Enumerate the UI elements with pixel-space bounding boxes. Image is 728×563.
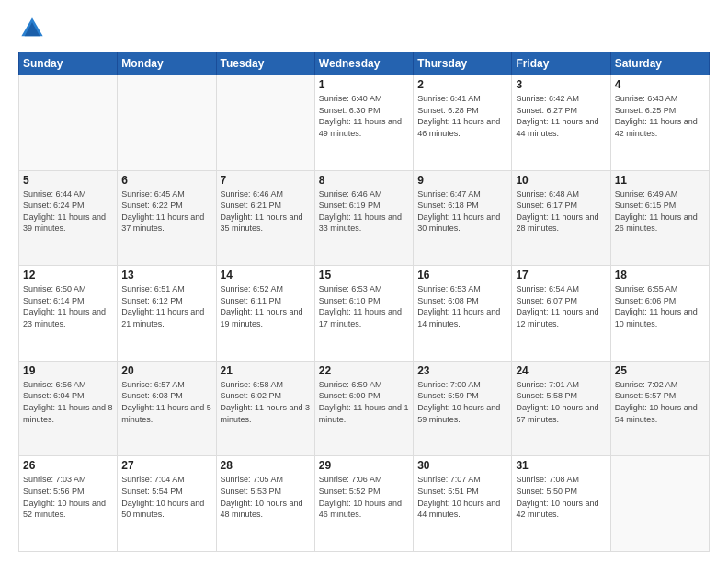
day-cell: 23Sunrise: 7:00 AMSunset: 5:59 PMDayligh… [414,361,512,456]
day-info: Sunrise: 6:54 AMSunset: 6:07 PMDaylight:… [516,283,606,329]
day-cell: 31Sunrise: 7:08 AMSunset: 5:50 PMDayligh… [512,456,610,552]
day-cell [19,75,118,171]
logo-icon [18,15,46,42]
day-cell: 25Sunrise: 7:02 AMSunset: 5:57 PMDayligh… [610,361,709,456]
day-info: Sunrise: 6:52 AMSunset: 6:11 PMDaylight:… [221,283,311,329]
day-cell: 30Sunrise: 7:07 AMSunset: 5:51 PMDayligh… [414,456,512,552]
day-info: Sunrise: 6:44 AMSunset: 6:24 PMDaylight:… [23,189,113,235]
week-row-1: 1Sunrise: 6:40 AMSunset: 6:30 PMDaylight… [19,75,710,171]
day-cell: 28Sunrise: 7:05 AMSunset: 5:53 PMDayligh… [216,456,314,552]
day-number: 26 [23,459,113,472]
day-info: Sunrise: 6:40 AMSunset: 6:30 PMDaylight:… [319,93,409,139]
day-info: Sunrise: 6:43 AMSunset: 6:25 PMDaylight:… [615,93,705,139]
week-row-5: 26Sunrise: 7:03 AMSunset: 5:56 PMDayligh… [19,456,710,552]
day-number: 9 [417,174,507,187]
day-info: Sunrise: 6:55 AMSunset: 6:06 PMDaylight:… [615,283,705,329]
weekday-thursday: Thursday [414,52,512,75]
day-info: Sunrise: 6:59 AMSunset: 6:00 PMDaylight:… [319,379,409,425]
day-number: 2 [417,78,507,91]
day-cell: 5Sunrise: 6:44 AMSunset: 6:24 PMDaylight… [19,170,118,266]
day-number: 30 [417,459,507,472]
day-cell: 8Sunrise: 6:46 AMSunset: 6:19 PMDaylight… [314,170,413,266]
day-number: 24 [516,364,606,377]
day-cell: 14Sunrise: 6:52 AMSunset: 6:11 PMDayligh… [216,266,314,362]
day-number: 18 [615,269,705,282]
day-number: 6 [121,174,211,187]
day-info: Sunrise: 6:49 AMSunset: 6:15 PMDaylight:… [615,189,705,235]
day-info: Sunrise: 6:48 AMSunset: 6:17 PMDaylight:… [516,189,606,235]
day-cell: 29Sunrise: 7:06 AMSunset: 5:52 PMDayligh… [314,456,413,552]
day-cell: 15Sunrise: 6:53 AMSunset: 6:10 PMDayligh… [314,266,413,362]
weekday-friday: Friday [512,52,610,75]
day-cell: 2Sunrise: 6:41 AMSunset: 6:28 PMDaylight… [414,75,512,171]
day-info: Sunrise: 7:05 AMSunset: 5:53 PMDaylight:… [221,474,311,520]
day-number: 25 [615,364,705,377]
weekday-header-row: SundayMondayTuesdayWednesdayThursdayFrid… [19,52,710,75]
day-number: 1 [319,78,409,91]
day-number: 27 [121,459,211,472]
day-cell: 12Sunrise: 6:50 AMSunset: 6:14 PMDayligh… [19,266,118,362]
day-number: 5 [23,174,113,187]
day-info: Sunrise: 6:53 AMSunset: 6:08 PMDaylight:… [417,283,507,329]
day-number: 20 [121,364,211,377]
day-cell [216,75,314,171]
day-number: 21 [221,364,311,377]
weekday-monday: Monday [118,52,216,75]
day-info: Sunrise: 6:51 AMSunset: 6:12 PMDaylight:… [121,283,211,329]
day-number: 19 [23,364,113,377]
day-cell: 24Sunrise: 7:01 AMSunset: 5:58 PMDayligh… [512,361,610,456]
day-number: 13 [121,269,211,282]
day-info: Sunrise: 6:47 AMSunset: 6:18 PMDaylight:… [417,189,507,235]
day-number: 29 [319,459,409,472]
day-info: Sunrise: 7:02 AMSunset: 5:57 PMDaylight:… [615,379,705,425]
day-cell: 27Sunrise: 7:04 AMSunset: 5:54 PMDayligh… [118,456,216,552]
day-info: Sunrise: 7:06 AMSunset: 5:52 PMDaylight:… [319,474,409,520]
day-info: Sunrise: 7:08 AMSunset: 5:50 PMDaylight:… [516,474,606,520]
day-number: 7 [221,174,311,187]
day-cell [610,456,709,552]
day-cell: 22Sunrise: 6:59 AMSunset: 6:00 PMDayligh… [314,361,413,456]
day-info: Sunrise: 6:53 AMSunset: 6:10 PMDaylight:… [319,283,409,329]
day-cell: 11Sunrise: 6:49 AMSunset: 6:15 PMDayligh… [610,170,709,266]
header [18,15,710,42]
day-number: 16 [417,269,507,282]
day-cell: 13Sunrise: 6:51 AMSunset: 6:12 PMDayligh… [118,266,216,362]
day-info: Sunrise: 6:42 AMSunset: 6:27 PMDaylight:… [516,93,606,139]
day-cell: 3Sunrise: 6:42 AMSunset: 6:27 PMDaylight… [512,75,610,171]
day-info: Sunrise: 6:46 AMSunset: 6:21 PMDaylight:… [221,189,311,235]
day-number: 28 [221,459,311,472]
page: SundayMondayTuesdayWednesdayThursdayFrid… [0,0,728,563]
day-cell: 16Sunrise: 6:53 AMSunset: 6:08 PMDayligh… [414,266,512,362]
day-number: 31 [516,459,606,472]
day-number: 10 [516,174,606,187]
week-row-3: 12Sunrise: 6:50 AMSunset: 6:14 PMDayligh… [19,266,710,362]
calendar-table: SundayMondayTuesdayWednesdayThursdayFrid… [18,52,710,552]
day-info: Sunrise: 6:57 AMSunset: 6:03 PMDaylight:… [121,379,211,425]
day-number: 15 [319,269,409,282]
logo [18,15,50,42]
day-cell: 7Sunrise: 6:46 AMSunset: 6:21 PMDaylight… [216,170,314,266]
day-cell: 19Sunrise: 6:56 AMSunset: 6:04 PMDayligh… [19,361,118,456]
day-number: 12 [23,269,113,282]
day-cell: 26Sunrise: 7:03 AMSunset: 5:56 PMDayligh… [19,456,118,552]
day-info: Sunrise: 6:56 AMSunset: 6:04 PMDaylight:… [23,379,113,425]
day-cell: 20Sunrise: 6:57 AMSunset: 6:03 PMDayligh… [118,361,216,456]
weekday-saturday: Saturday [610,52,709,75]
day-number: 3 [516,78,606,91]
day-number: 11 [615,174,705,187]
day-info: Sunrise: 6:41 AMSunset: 6:28 PMDaylight:… [417,93,507,139]
day-cell: 4Sunrise: 6:43 AMSunset: 6:25 PMDaylight… [610,75,709,171]
day-number: 14 [221,269,311,282]
day-number: 22 [319,364,409,377]
weekday-wednesday: Wednesday [314,52,413,75]
day-info: Sunrise: 7:07 AMSunset: 5:51 PMDaylight:… [417,474,507,520]
week-row-4: 19Sunrise: 6:56 AMSunset: 6:04 PMDayligh… [19,361,710,456]
weekday-tuesday: Tuesday [216,52,314,75]
day-info: Sunrise: 6:46 AMSunset: 6:19 PMDaylight:… [319,189,409,235]
day-number: 4 [615,78,705,91]
day-cell: 6Sunrise: 6:45 AMSunset: 6:22 PMDaylight… [118,170,216,266]
week-row-2: 5Sunrise: 6:44 AMSunset: 6:24 PMDaylight… [19,170,710,266]
day-cell: 10Sunrise: 6:48 AMSunset: 6:17 PMDayligh… [512,170,610,266]
weekday-sunday: Sunday [19,52,118,75]
day-info: Sunrise: 7:01 AMSunset: 5:58 PMDaylight:… [516,379,606,425]
